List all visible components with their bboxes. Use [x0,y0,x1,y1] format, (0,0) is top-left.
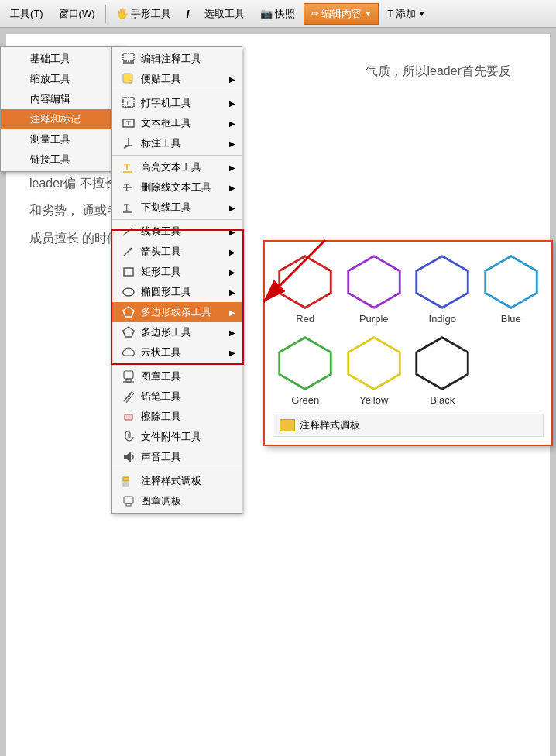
pencil-icon [121,390,136,404]
highlight-tool[interactable]: T 高亮文本工具 ▶ [112,157,242,177]
highlight-arrow: ▶ [229,163,235,172]
textbox-tool[interactable]: T 文本框工具 ▶ [112,113,242,133]
hand-icon: 🖐 [116,8,129,19]
indigo-shape [413,253,472,311]
polygon-tool[interactable]: 多边形工具 ▶ [112,322,242,342]
add-dropdown-arrow: ▼ [418,9,426,18]
color-yellow[interactable]: Yellow [341,331,407,409]
dropdown-arrow: ▼ [364,9,372,18]
svg-marker-38 [417,256,468,308]
blue-shape [482,253,541,311]
attachment-tool[interactable]: 文件附件工具 [112,427,242,447]
callout-tool[interactable]: 标注工具 ▶ [112,133,242,153]
svg-text:T: T [124,162,130,173]
polygon-arrow: ▶ [229,328,235,337]
line-tool[interactable]: 线条工具 ▶ [112,222,242,242]
color-red[interactable]: Red [273,249,338,328]
style-panel-color-icon [280,419,295,431]
arrow-tool[interactable]: 箭头工具 ▶ [112,242,242,262]
svg-marker-40 [280,338,331,390]
color-blue[interactable]: Blue [479,249,544,328]
svg-marker-24 [123,307,134,317]
stamp-panel-menu[interactable]: 图章调板 [112,491,242,511]
snapshot-label: 快照 [275,7,295,21]
sound-tool[interactable]: 声音工具 [112,447,242,467]
sticker-icon [121,72,136,86]
polygon-line-icon [121,305,136,319]
red-shape [276,253,335,311]
arrow-tool-icon [121,245,136,259]
typewriter-icon: T [121,96,136,110]
svg-marker-42 [417,338,468,390]
purple-shape [345,253,403,311]
sep-3 [112,219,242,220]
menu-link-tools[interactable]: 链接工具 ▶ [1,149,123,170]
pencil-tool[interactable]: 铅笔工具 [112,387,242,407]
select-tool-button[interactable]: 选取工具 [197,3,252,25]
hand-tool-button[interactable]: 🖐 手形工具 [109,3,178,25]
svg-line-19 [123,228,132,235]
menu-measure-tools[interactable]: 测量工具 ▶ [1,129,123,149]
window-menu-button[interactable]: 窗口(W) [52,3,102,25]
style-panel-button[interactable]: 注释样式调板 [273,414,544,437]
doc-line-6: 和劣势， 通或者情商有欠缺，那么要 [29,197,527,224]
menu-basic-tools[interactable]: 基础工具 ▶ [1,49,123,69]
color-black[interactable]: Black [410,331,475,409]
sticker-tool[interactable]: 便贴工具 ▶ [112,69,242,89]
stamp-panel-icon [121,494,136,508]
red-label: Red [296,313,314,325]
snapshot-button[interactable]: 📷 快照 [253,3,302,25]
cursor-icon-button[interactable]: I [180,3,197,25]
svg-rect-34 [124,497,133,503]
color-green[interactable]: Green [273,331,338,409]
color-purple[interactable]: Purple [341,249,407,328]
color-indigo[interactable]: Indigo [410,249,475,328]
svg-text:T: T [126,119,131,127]
style-panel-menu-icon [121,474,136,488]
strikethrough-arrow: ▶ [229,184,235,192]
attachment-icon [121,430,136,444]
purple-label: Purple [359,313,389,325]
ellipse-tool[interactable]: 椭圆形工具 ▶ [112,282,242,302]
sep-4 [112,364,242,365]
menu-zoom-tools[interactable]: 缩放工具 ▶ [1,69,123,89]
svg-marker-41 [348,338,400,390]
color-panel: Red Purple Indigo Blue [263,240,553,446]
polygon-line-tool[interactable]: 多边形线条工具 ▶ [112,302,242,322]
callout-icon [121,136,136,150]
svg-rect-0 [123,53,134,61]
menu-annotations[interactable]: 注释和标记 ▶ [1,109,123,129]
ellipse-arrow: ▶ [229,288,235,297]
style-panel-menu[interactable]: 注释样式调板 [112,471,242,491]
add-button[interactable]: T 添加 ▼ [380,3,432,25]
menu-content-edit[interactable]: 内容编辑 ▶ [1,89,123,109]
main-dropdown: 基础工具 ▶ 缩放工具 ▶ 内容编辑 ▶ 注释和标记 ▶ 测量工具 ▶ 链接工具… [0,46,124,172]
underline-tool[interactable]: T 下划线工具 ▶ [112,198,242,218]
svg-rect-27 [126,379,131,382]
strikethrough-tool[interactable]: T 删除线文本工具 ▶ [112,177,242,198]
sep-2 [112,155,242,156]
rectangle-arrow: ▶ [229,268,235,277]
annotation-submenu: 编辑注释工具 便贴工具 ▶ T 打字机工具 ▶ T 文本框工具 ▶ 标注工具 ▶ [111,46,242,514]
svg-marker-31 [124,452,131,462]
edit-annotation-tool[interactable]: 编辑注释工具 [112,49,242,69]
edit-content-button[interactable]: ✏ 编辑内容 ▼ [304,3,379,25]
highlight-icon: T [121,160,136,174]
tools-menu-button[interactable]: 工具(T) [3,3,50,25]
stamp-tool[interactable]: 图章工具 [112,366,242,387]
edit-icon: ✏ [311,8,319,19]
camera-icon: 📷 [260,8,273,19]
line-icon [121,225,136,239]
edit-content-label: 编辑内容 [321,7,362,21]
sep-1 [112,91,242,91]
cloud-arrow: ▶ [229,349,235,357]
polygon-line-arrow: ▶ [229,308,235,317]
rectangle-tool[interactable]: 矩形工具 ▶ [112,262,242,282]
svg-rect-30 [125,414,132,420]
indigo-label: Indigo [429,313,456,325]
eraser-icon [121,410,136,424]
svg-marker-36 [280,256,331,308]
typewriter-tool[interactable]: T 打字机工具 ▶ [112,93,242,113]
cloud-tool[interactable]: 云状工具 ▶ [112,342,242,363]
eraser-tool[interactable]: 擦除工具 [112,407,242,427]
